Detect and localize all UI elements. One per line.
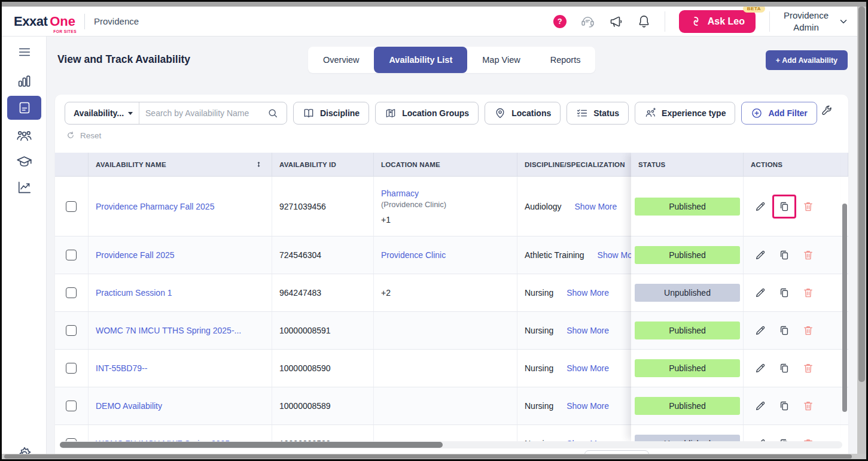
tab-reports[interactable]: Reports	[535, 47, 596, 73]
header-divider	[665, 11, 665, 32]
delete-trash-icon[interactable]	[796, 243, 820, 267]
location-link[interactable]: Pharmacy	[381, 189, 419, 198]
sidebar-item-analytics[interactable]	[2, 180, 47, 195]
locations-filter-button[interactable]: Locations	[485, 102, 561, 125]
caret-down-icon	[128, 112, 133, 115]
exxat-one-logo: Exxat One FOR SITES	[14, 14, 75, 29]
delete-trash-icon[interactable]	[796, 319, 820, 342]
availability-name-link[interactable]: WOMC 7N IMCU TTHS Spring 2025-...	[96, 326, 241, 335]
edit-pencil-icon[interactable]	[748, 356, 772, 380]
account-menu[interactable]: Providence Admin	[784, 10, 849, 33]
availability-name-link[interactable]: Providence Pharmacy Fall 2025	[96, 202, 214, 211]
discipline-value: Athletic Training	[525, 250, 584, 260]
discipline-value: Nursing	[525, 401, 553, 411]
window-top-strip	[2, 2, 866, 7]
availability-name-link[interactable]: INT-55BD79--	[96, 363, 147, 373]
pinned-row: Published	[631, 312, 840, 350]
sidebar-item-dashboard[interactable]	[2, 74, 47, 89]
row-checkbox[interactable]	[66, 287, 77, 298]
row-checkbox[interactable]	[66, 201, 77, 212]
table-horizontal-scrollbar[interactable]	[60, 441, 842, 448]
sort-icon[interactable]	[255, 160, 262, 168]
ask-leo-button[interactable]: Ask Leo BETA	[679, 10, 756, 33]
copy-icon[interactable]	[772, 356, 796, 380]
availability-id: 10000008589	[279, 401, 331, 411]
search-input[interactable]	[139, 108, 264, 118]
location-groups-filter-button[interactable]: Location Groups	[375, 102, 479, 125]
window-vertical-scrollbar[interactable]	[857, 7, 866, 454]
add-availability-button[interactable]: + Add Availability	[766, 50, 848, 70]
search-category-dropdown[interactable]: Availability...	[65, 108, 139, 118]
copy-icon[interactable]	[772, 195, 796, 219]
col-availability-name[interactable]: AVAILABILITY NAME	[89, 153, 272, 176]
settings-gear-icon[interactable]	[2, 446, 47, 454]
logo-exxat-text: Exxat	[14, 14, 47, 29]
support-headset-icon[interactable]	[580, 14, 595, 29]
search-icon[interactable]	[264, 107, 287, 119]
pinned-header-row: STATUS ACTIONS	[631, 153, 840, 177]
copy-icon[interactable]	[772, 432, 796, 441]
table-settings-wrench-icon[interactable]	[821, 104, 833, 117]
announcements-megaphone-icon[interactable]	[609, 14, 623, 29]
edit-pencil-icon[interactable]	[748, 243, 772, 267]
sidebar-item-availability[interactable]	[7, 96, 41, 120]
tab-availability-list[interactable]: Availability List	[374, 47, 467, 73]
location-link[interactable]: Providence Clinic	[381, 250, 446, 260]
show-more-link[interactable]: Show More	[575, 202, 617, 211]
row-checkbox[interactable]	[66, 401, 77, 411]
logo-subtitle: FOR SITES	[53, 29, 77, 34]
location-secondary: (Providence Clinic)	[381, 200, 446, 209]
col-availability-id[interactable]: AVAILABILITY ID	[272, 153, 374, 176]
status-badge: Published	[635, 322, 740, 339]
delete-trash-icon[interactable]	[796, 394, 820, 418]
ask-leo-label: Ask Leo	[708, 16, 745, 27]
tab-overview[interactable]: Overview	[308, 47, 374, 73]
add-filter-button[interactable]: Add Filter	[741, 102, 817, 125]
chevron-down-icon	[838, 16, 849, 27]
edit-pencil-icon[interactable]	[748, 394, 772, 418]
copy-icon[interactable]	[772, 394, 796, 418]
copy-icon[interactable]	[772, 319, 796, 342]
edit-pencil-icon[interactable]	[748, 319, 772, 342]
status-badge: Published	[635, 397, 740, 415]
delete-trash-icon[interactable]	[796, 356, 820, 380]
row-checkbox[interactable]	[66, 325, 77, 336]
menu-hamburger-icon[interactable]	[2, 46, 47, 59]
help-icon[interactable]: ?	[553, 15, 567, 28]
map-icon	[385, 107, 397, 119]
availability-name-link[interactable]: Practicum Session 1	[96, 288, 172, 298]
col-status[interactable]: STATUS	[631, 153, 744, 176]
sidebar-item-people[interactable]	[2, 128, 47, 144]
discipline-value: Nursing	[525, 363, 553, 373]
show-more-link[interactable]: Show More	[567, 363, 609, 373]
tab-map-view[interactable]: Map View	[467, 47, 535, 73]
sidebar-item-education[interactable]	[2, 154, 47, 170]
sidebar-nav	[2, 37, 47, 454]
show-more-link[interactable]: Show More	[567, 326, 609, 335]
window-horizontal-scrollbar[interactable]	[2, 454, 866, 459]
experience-type-filter-button[interactable]: Experience type	[635, 102, 735, 125]
availability-name-link[interactable]: DEMO Availability	[96, 401, 162, 411]
copy-icon[interactable]	[772, 243, 796, 267]
reset-filters-button[interactable]: Reset	[66, 131, 101, 140]
leo-swirl-icon	[690, 15, 702, 28]
delete-trash-icon[interactable]	[796, 432, 820, 441]
delete-trash-icon[interactable]	[796, 281, 820, 305]
show-more-link[interactable]: Show More	[567, 401, 609, 411]
table-vertical-scrollbar[interactable]	[842, 177, 847, 441]
col-location-name[interactable]: LOCATION NAME	[374, 153, 517, 176]
edit-pencil-icon[interactable]	[748, 281, 772, 305]
location-extra-count: +1	[381, 215, 391, 225]
row-checkbox[interactable]	[66, 363, 77, 374]
delete-trash-icon[interactable]	[796, 195, 820, 219]
availability-name-link[interactable]: Providence Fall 2025	[96, 250, 175, 260]
edit-pencil-icon[interactable]	[748, 432, 772, 441]
discipline-filter-button[interactable]: Discipline	[293, 102, 369, 125]
copy-icon[interactable]	[772, 281, 796, 305]
show-more-link[interactable]: Show More	[567, 288, 609, 298]
status-filter-button[interactable]: Status	[567, 102, 629, 125]
row-checkbox[interactable]	[66, 250, 77, 260]
notifications-bell-icon[interactable]	[637, 14, 651, 28]
org-name: Providence	[94, 16, 139, 26]
edit-pencil-icon[interactable]	[748, 195, 772, 219]
